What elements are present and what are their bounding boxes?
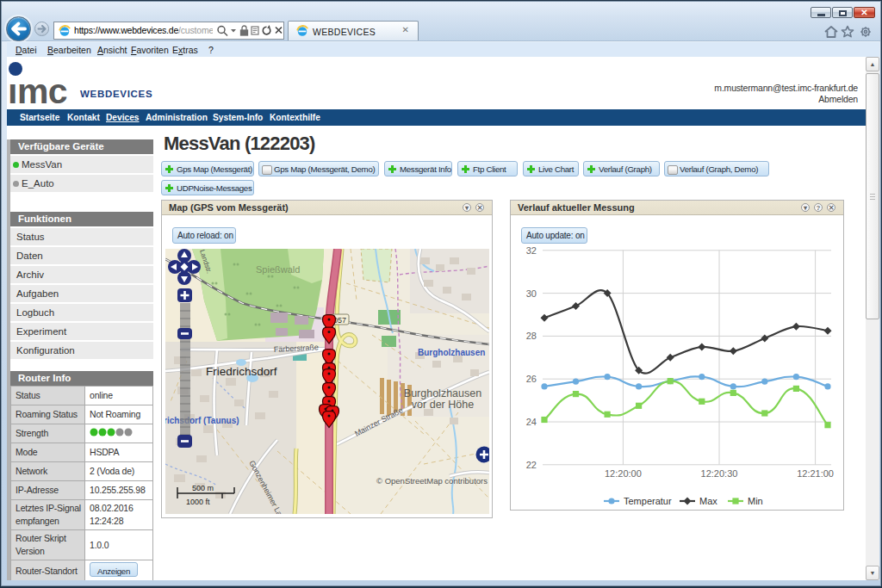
svg-text:Spießwald: Spießwald [256, 264, 300, 275]
svg-text:Friedrichsdorf: Friedrichsdorf [206, 365, 277, 378]
svg-text:Min: Min [748, 496, 763, 506]
svg-text:12:20:30: 12:20:30 [701, 468, 738, 479]
svg-text:28: 28 [526, 331, 537, 341]
svg-text:Burgholzhausen: Burgholzhausen [418, 348, 485, 357]
svg-text:26: 26 [526, 374, 537, 384]
svg-text:© OpenStreetMap contributors: © OpenStreetMap contributors [376, 476, 488, 486]
svg-text:Burgholzhausen: Burgholzhausen [404, 387, 481, 399]
svg-text:500 m: 500 m [192, 484, 214, 492]
svg-text:30: 30 [526, 288, 537, 299]
svg-text:Temperatur: Temperatur [624, 496, 672, 506]
svg-text:richsdorf (Taunus): richsdorf (Taunus) [165, 416, 239, 425]
svg-text:12:20:00: 12:20:00 [605, 468, 642, 479]
svg-text:24: 24 [526, 417, 537, 427]
svg-text:12:21:00: 12:21:00 [797, 468, 834, 479]
svg-text:32: 32 [526, 245, 537, 256]
svg-text:1000 ft: 1000 ft [186, 498, 210, 506]
svg-text:22: 22 [526, 460, 537, 470]
svg-text:vor der Höhe: vor der Höhe [412, 399, 474, 411]
svg-text:Max: Max [699, 496, 717, 506]
